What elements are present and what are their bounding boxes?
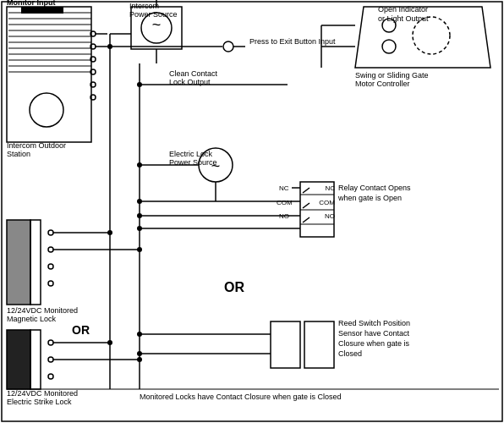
svg-text:Closure when gate is: Closure when gate is: [338, 339, 410, 348]
svg-text:when gate is Open: when gate is Open: [337, 194, 402, 202]
svg-text:Power Source: Power Source: [129, 10, 178, 19]
svg-text:Swing or Sliding Gate: Swing or Sliding Gate: [355, 71, 429, 80]
wiring-diagram: ~: [0, 0, 504, 423]
svg-text:Monitor Input: Monitor Input: [7, 0, 55, 7]
svg-text:Closed: Closed: [338, 349, 362, 358]
svg-text:NO: NO: [325, 212, 335, 220]
svg-point-92: [137, 162, 142, 168]
svg-text:Monitored Locks have Contact C: Monitored Locks have Contact Closure whe…: [140, 393, 342, 401]
svg-point-85: [137, 357, 142, 362]
svg-point-73: [137, 213, 142, 218]
svg-text:NC: NC: [279, 184, 289, 192]
svg-text:Clean Contact: Clean Contact: [169, 69, 218, 78]
svg-point-79: [107, 230, 112, 235]
svg-text:Open Indicator: Open Indicator: [378, 5, 428, 14]
svg-text:COM: COM: [319, 199, 335, 206]
svg-point-83: [107, 340, 112, 345]
svg-text:12/24VDC Monitored: 12/24VDC Monitored: [7, 389, 78, 398]
svg-text:Lock Output: Lock Output: [169, 78, 211, 86]
svg-point-71: [137, 199, 142, 204]
svg-text:OR: OR: [72, 323, 90, 337]
svg-text:Electric Lock: Electric Lock: [169, 150, 213, 158]
svg-text:Reed Switch Position: Reed Switch Position: [338, 319, 410, 327]
svg-text:~: ~: [152, 16, 162, 33]
svg-text:Press to Exit Button Input: Press to Exit Button Input: [249, 37, 336, 46]
svg-text:Intercom Outdoor: Intercom Outdoor: [7, 141, 66, 150]
svg-text:Intercom: Intercom: [129, 2, 159, 10]
svg-text:Motor Controller: Motor Controller: [355, 80, 410, 88]
svg-rect-22: [21, 7, 63, 14]
svg-text:OR: OR: [224, 280, 244, 294]
svg-text:NC: NC: [325, 184, 335, 192]
svg-point-75: [137, 226, 142, 231]
svg-point-66: [107, 44, 112, 49]
svg-text:Electric Strike Lock: Electric Strike Lock: [7, 398, 72, 406]
svg-rect-48: [7, 220, 30, 305]
svg-text:Sensor have Contact: Sensor have Contact: [338, 329, 410, 338]
svg-rect-54: [7, 330, 30, 389]
svg-point-77: [137, 82, 142, 87]
svg-text:Station: Station: [7, 150, 30, 158]
svg-text:Magnetic Lock: Magnetic Lock: [7, 315, 57, 323]
svg-text:Power Source: Power Source: [169, 158, 217, 167]
svg-text:NO: NO: [279, 212, 289, 220]
svg-point-87: [137, 332, 142, 337]
svg-point-81: [137, 247, 142, 252]
svg-text:or Light Output: or Light Output: [378, 14, 429, 23]
svg-text:Relay Contact Opens: Relay Contact Opens: [338, 184, 411, 192]
svg-text:12/24VDC Monitored: 12/24VDC Monitored: [7, 306, 78, 315]
svg-text:COM: COM: [277, 199, 293, 206]
svg-point-89: [137, 351, 142, 356]
